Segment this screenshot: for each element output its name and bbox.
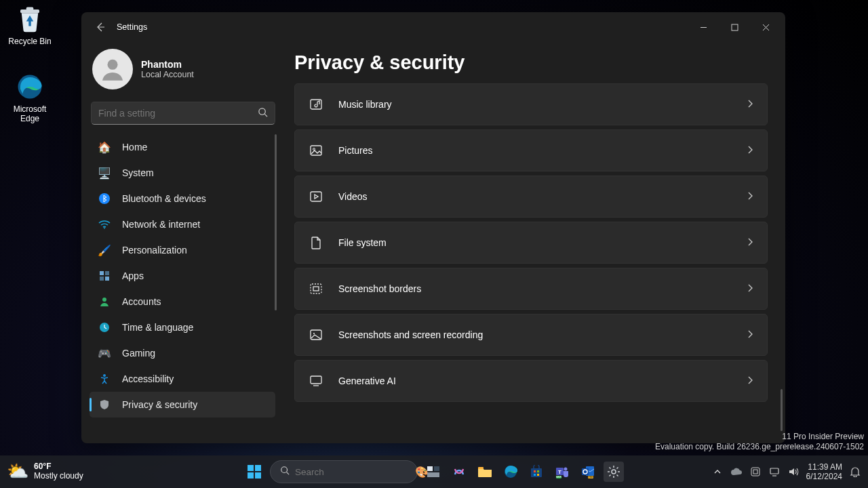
row-screenshot-borders[interactable]: Screenshot borders <box>294 268 768 310</box>
settings-search-input[interactable] <box>98 108 258 119</box>
svg-rect-1 <box>26 7 34 10</box>
maximize-button[interactable] <box>719 16 750 38</box>
row-label: Screenshot borders <box>338 283 732 294</box>
nav-personalization[interactable]: 🖌️Personalization <box>90 237 275 263</box>
row-generative-ai[interactable]: Generative AI <box>294 360 768 402</box>
svg-rect-23 <box>311 376 321 384</box>
clock-icon <box>98 321 111 334</box>
svg-rect-33 <box>478 467 484 469</box>
nav-home[interactable]: 🏠Home <box>90 134 275 160</box>
wifi-icon <box>98 218 111 231</box>
explorer-icon[interactable] <box>475 462 495 482</box>
svg-rect-16 <box>311 146 321 155</box>
pictures-icon <box>309 143 323 158</box>
user-row[interactable]: Phantom Local Account <box>90 42 277 102</box>
tray-chevron-up-icon[interactable] <box>711 468 724 475</box>
close-button[interactable] <box>750 16 781 38</box>
nav-label: Gaming <box>122 348 155 359</box>
row-label: Screenshots and screen recording <box>338 329 732 340</box>
copilot-icon[interactable] <box>449 462 469 482</box>
svg-rect-11 <box>105 277 109 281</box>
tray-onedrive-icon[interactable] <box>730 468 743 476</box>
svg-point-28 <box>281 467 288 473</box>
svg-point-14 <box>103 374 106 377</box>
row-music-library[interactable]: Music library <box>294 83 768 125</box>
edge-label: Microsoft Edge <box>4 104 56 124</box>
tray-volume-icon[interactable] <box>787 467 800 476</box>
clock[interactable]: 11:39 AM 6/12/2024 <box>806 462 842 482</box>
clock-date: 6/12/2024 <box>806 472 842 481</box>
tray-network-icon[interactable] <box>768 467 781 476</box>
clock-time: 11:39 AM <box>806 462 842 472</box>
back-button[interactable] <box>91 18 110 37</box>
content-scrollbar[interactable] <box>781 389 783 431</box>
svg-rect-10 <box>100 277 104 281</box>
tray-notifications-icon[interactable] <box>849 466 861 477</box>
sidebar-scrollbar[interactable] <box>275 134 277 310</box>
watermark-line2: Evaluation copy. Build 26236.ge_prerelea… <box>655 442 864 453</box>
row-videos[interactable]: Videos <box>294 176 768 218</box>
tray-security-icon[interactable] <box>749 467 762 476</box>
sidebar: Phantom Local Account 🏠Home 🖥️System Blu… <box>81 42 285 443</box>
chevron-right-icon <box>747 283 753 295</box>
row-file-system[interactable]: File system <box>294 222 768 264</box>
nav-apps[interactable]: Apps <box>90 263 275 289</box>
row-pictures[interactable]: Pictures <box>294 129 768 171</box>
weather-icon: ⛅ <box>7 462 28 482</box>
nav-label: Accessibility <box>122 373 174 384</box>
task-view-icon[interactable] <box>423 462 443 482</box>
screenrec-icon <box>309 327 323 342</box>
settings-search[interactable] <box>91 102 275 125</box>
window-title: Settings <box>117 22 147 32</box>
minimize-button[interactable] <box>688 16 719 38</box>
row-label: Generative AI <box>338 375 732 386</box>
recycle-bin-icon <box>15 4 45 34</box>
bluetooth-icon <box>98 192 111 205</box>
nav-label: Accounts <box>122 296 161 307</box>
chevron-right-icon <box>747 144 753 157</box>
nav-bluetooth[interactable]: Bluetooth & devices <box>90 186 275 211</box>
outlook-icon[interactable]: PRE <box>578 462 598 482</box>
home-icon: 🏠 <box>98 140 111 154</box>
nav-label: Home <box>122 142 147 152</box>
desktop-icon-edge[interactable]: Microsoft Edge <box>4 72 56 124</box>
svg-text:T: T <box>558 469 561 475</box>
svg-rect-31 <box>427 472 439 477</box>
settings-taskbar-icon[interactable] <box>604 462 624 482</box>
edge-taskbar-icon[interactable] <box>500 462 521 482</box>
svg-point-50 <box>612 470 616 474</box>
nav-accounts[interactable]: Accounts <box>90 289 275 314</box>
titlebar: Settings <box>81 12 785 42</box>
file-icon <box>309 235 323 250</box>
svg-rect-35 <box>531 468 542 477</box>
weather-widget[interactable]: ⛅ 60°F Mostly cloudy <box>7 462 83 482</box>
svg-point-42 <box>564 468 568 471</box>
row-screenshots-recording[interactable]: Screenshots and screen recording <box>294 314 768 356</box>
apps-icon <box>98 269 111 283</box>
taskbar-search[interactable]: 🎨 <box>270 460 418 483</box>
nav-time[interactable]: Time & language <box>90 314 275 340</box>
svg-rect-38 <box>534 474 536 476</box>
desktop-icon-recycle-bin[interactable]: Recycle Bin <box>4 4 56 46</box>
watermark-line1: 11 Pro Insider Preview <box>655 432 864 443</box>
nav-privacy[interactable]: Privacy & security <box>90 392 275 418</box>
nav-accessibility[interactable]: Accessibility <box>90 366 275 392</box>
svg-rect-8 <box>100 271 104 275</box>
nav-system[interactable]: 🖥️System <box>90 160 275 186</box>
teams-icon[interactable]: TNEW <box>552 462 572 482</box>
store-icon[interactable] <box>526 462 547 482</box>
chevron-right-icon <box>747 329 753 341</box>
system-icon: 🖥️ <box>98 166 111 180</box>
start-button[interactable] <box>244 462 264 482</box>
nav-gaming[interactable]: 🎮Gaming <box>90 340 275 366</box>
svg-rect-29 <box>427 466 433 471</box>
shield-icon <box>98 398 111 411</box>
taskbar-search-input[interactable] <box>295 467 410 477</box>
row-label: Pictures <box>338 145 732 156</box>
nav-label: Privacy & security <box>122 399 197 410</box>
svg-rect-27 <box>255 472 261 479</box>
svg-rect-26 <box>248 472 254 479</box>
avatar-icon <box>92 49 133 89</box>
svg-point-12 <box>102 298 106 302</box>
nav-network[interactable]: Network & internet <box>90 211 275 237</box>
